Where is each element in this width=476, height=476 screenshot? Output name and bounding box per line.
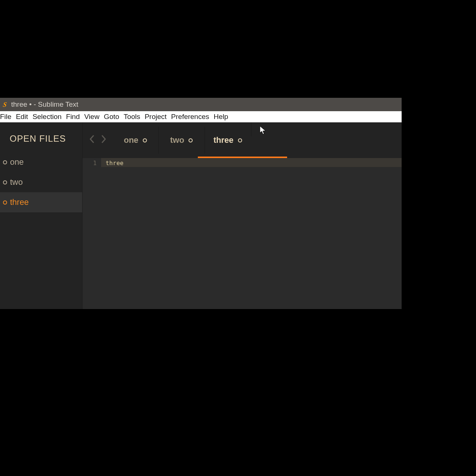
tab-label: two xyxy=(170,135,184,145)
open-file-item-two[interactable]: two xyxy=(0,172,82,192)
tab-three[interactable]: three xyxy=(205,122,251,158)
menu-preferences[interactable]: Preferences xyxy=(169,111,211,122)
menu-view[interactable]: View xyxy=(82,111,102,122)
tab-nav-arrows xyxy=(83,122,112,158)
menu-selection[interactable]: Selection xyxy=(30,111,64,122)
open-file-item-three[interactable]: three xyxy=(0,192,82,212)
open-file-label: three xyxy=(10,197,29,207)
tab-dirty-indicator-icon xyxy=(143,138,147,142)
tab-one[interactable]: one xyxy=(112,122,158,158)
menu-find[interactable]: Find xyxy=(64,111,82,122)
menu-goto[interactable]: Goto xyxy=(102,111,121,122)
tab-dirty-indicator-icon xyxy=(238,138,242,142)
menu-file[interactable]: File xyxy=(0,111,14,122)
open-file-label: two xyxy=(10,177,23,187)
menu-help[interactable]: Help xyxy=(212,111,231,122)
sidebar-title-open-files: OPEN FILES xyxy=(0,130,82,152)
tab-label: three xyxy=(213,135,234,145)
open-file-item-one[interactable]: one xyxy=(0,152,82,172)
menubar: File Edit Selection Find View Goto Tools… xyxy=(0,111,402,122)
menu-project[interactable]: Project xyxy=(142,111,169,122)
sidebar: OPEN FILES one two three xyxy=(0,122,83,309)
editor-region: one two three 1 xyxy=(83,122,402,309)
titlebar[interactable]: S three • - Sublime Text xyxy=(0,98,402,111)
editor-text-area[interactable]: three xyxy=(101,158,402,309)
app-logo-icon: S xyxy=(1,101,9,108)
tab-nav-forward-icon[interactable] xyxy=(101,135,106,145)
menu-edit[interactable]: Edit xyxy=(14,111,30,122)
dirty-indicator-icon xyxy=(3,200,7,205)
line-number-gutter: 1 xyxy=(83,158,101,309)
tabbar: one two three xyxy=(83,122,402,158)
editor-content[interactable]: 1 three xyxy=(83,158,402,309)
tab-dirty-indicator-icon xyxy=(189,138,193,142)
main-area: OPEN FILES one two three xyxy=(0,122,402,309)
dirty-indicator-icon xyxy=(3,180,7,184)
dirty-indicator-icon xyxy=(3,160,7,164)
open-file-label: one xyxy=(10,157,24,167)
tab-two[interactable]: two xyxy=(158,122,205,158)
window-title: three • - Sublime Text xyxy=(11,100,78,109)
app-window: S three • - Sublime Text File Edit Selec… xyxy=(0,98,402,309)
menu-tools[interactable]: Tools xyxy=(122,111,142,122)
tab-nav-back-icon[interactable] xyxy=(89,135,94,145)
tabbar-empty-area[interactable] xyxy=(251,122,402,158)
tab-label: one xyxy=(124,135,138,145)
line-number: 1 xyxy=(83,159,97,168)
editor-line: three xyxy=(106,159,402,168)
